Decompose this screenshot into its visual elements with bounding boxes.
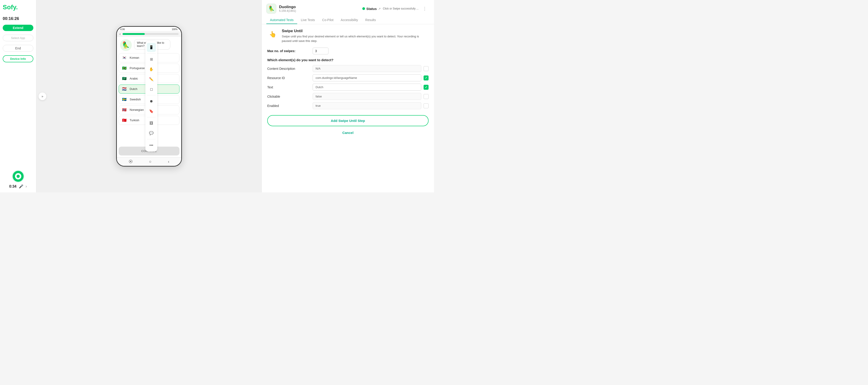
device-info-button[interactable]: Device Info [3,55,33,62]
toolbar: 📱⊞✋✏️◻⏺🔖🖼💬••• [146,41,157,151]
detect-field-value: Dutch [313,83,421,91]
edit-icon[interactable]: ✏️ [147,75,156,84]
detect-row: Enabledtrue [267,102,429,109]
language-name: Turkish [130,118,139,122]
tab-co-pilot[interactable]: Co-Pilot [318,16,337,24]
main-area: » 6:06 100% ‹ 🦜 What would you like to l… [36,0,261,193]
swipe-until-title: Swipe Until [282,29,429,33]
status-description: Click or Swipe successfully ... [383,7,418,10]
language-name: Korean [130,56,139,59]
swipe-until-desc: Swipe until you find your desired elemen… [282,34,429,43]
flag-icon: 🇰🇷 [121,56,127,60]
chat-icon[interactable]: 💬 [147,129,156,138]
right-panel-header: 🦜 Duolingo 5.159.4(1901) Status ↗ Click … [262,0,434,24]
progress-bar-fill [123,33,145,35]
progress-bar-track [123,33,179,35]
bookmark-icon[interactable]: 🔖 [147,107,156,116]
status-row: Status ↗ Click or Swipe successfully ...… [362,4,430,13]
mic-button[interactable]: 🎤 [19,184,23,188]
sidebar-bottom: 0:34 🎤 › [9,170,27,189]
logo: Sofy. [3,4,18,11]
tab-live-tests[interactable]: Live Tests [297,16,318,24]
detect-row: Content DescriptionN/A [267,65,429,72]
app-icon[interactable]: 📱 [147,43,156,52]
phone-nav-home-icon[interactable]: ○ [149,159,152,164]
phone-nav-back-icon[interactable]: ‹ [168,159,169,164]
detect-field-label: Content Description [267,67,313,70]
back-arrow-icon[interactable]: ‹ [120,32,121,36]
language-name: Norwegian [130,108,144,111]
grid-icon[interactable]: ⊞ [147,55,156,64]
owl-avatar: 🦜 [120,39,132,51]
detect-field-checkbox[interactable] [424,94,429,99]
detect-field-label: Text [267,85,313,89]
end-button[interactable]: End [3,45,33,52]
tab-automated-tests[interactable]: Automated Tests [266,16,297,24]
image-icon[interactable]: 🖼 [147,119,156,128]
status-label: Status [366,7,377,11]
select-app-button[interactable]: Select App [3,35,33,41]
flag-icon: 🇸🇦 [121,76,127,81]
detect-section-title: Which element(s) do you want to detect? [267,58,429,62]
detect-field-value: com.duolingo:id/languageName [313,74,421,81]
more-icon[interactable]: ••• [147,141,156,150]
record-inner [15,173,21,179]
detect-row: Clickablefalse [267,93,429,100]
toolbar-divider [147,53,156,54]
app-icon: 🦜 [266,4,276,13]
external-link-icon[interactable]: ↗ [378,7,381,10]
right-panel-tabs: Automated TestsLive TestsCo-PilotAccessi… [266,16,430,24]
phone-bottom-nav: ⦿ ○ ‹ [117,157,181,166]
detect-field-checkbox[interactable] [424,66,429,71]
detect-field-checkbox[interactable]: ✓ [424,75,429,80]
swipe-until-text: Swipe Until Swipe until you find your de… [282,29,429,43]
app-name: Duolingo [279,5,296,9]
detect-row: Resource IDcom.duolingo:id/languageName✓ [267,74,429,81]
app-details: Duolingo 5.159.4(1901) [279,5,296,12]
phone-time: 6:06 [121,28,125,31]
timer-display: 00:16:26 [3,16,19,21]
tab-results[interactable]: Results [362,16,379,24]
cancel-button[interactable]: Cancel [267,129,429,137]
flag-icon: 🇳🇴 [121,108,127,112]
panel-content: 👆 Swipe Until Swipe until you find your … [262,24,434,193]
app-info-row: 🦜 Duolingo 5.159.4(1901) Status ↗ Click … [266,4,430,13]
language-name: Dutch [130,87,137,91]
detect-field-label: Enabled [267,104,313,108]
record-button[interactable] [12,170,25,183]
flag-icon: 🇹🇷 [121,118,127,123]
status-dot [362,7,365,10]
record-icon[interactable]: ⏺ [147,97,156,106]
toolbar-divider [147,117,156,117]
phone-nav-menu-icon[interactable]: ⦿ [129,159,133,164]
toolbar-divider [147,139,156,139]
max-swipes-input[interactable] [313,47,329,55]
detect-field-checkbox[interactable] [424,103,429,108]
add-swipe-until-step-button[interactable]: Add Swipe Until Step [267,115,429,126]
phone-status-bar: 6:06 100% [117,27,181,31]
max-swipes-row: Max no. of swipes: [267,47,429,55]
panel-more-icon[interactable]: ⋮ [420,4,430,13]
expand-button[interactable]: » [38,93,46,100]
tab-accessibility[interactable]: Accessibility [337,16,362,24]
eraser-icon[interactable]: ◻ [147,85,156,94]
sidebar-bottom-row: 0:34 🎤 › [9,184,27,189]
language-name: Arabic [130,77,138,80]
language-name: Swedish [130,98,141,101]
record-dot [17,175,20,178]
detect-field-checkbox[interactable]: ✓ [424,85,429,90]
swipe-until-header: 👆 Swipe Until Swipe until you find your … [267,29,429,43]
phone-nav-bar: ‹ [117,31,181,37]
flag-icon: 🇸🇪 [121,97,127,102]
sidebar: Sofy. 00:16:26 Extend Select App End Dev… [0,0,36,193]
gesture-icon[interactable]: ✋ [147,65,156,74]
detect-field-value: false [313,93,421,100]
extend-button[interactable]: Extend [3,25,33,31]
flag-icon: 🇳🇱 [121,87,127,91]
detect-field-label: Clickable [267,95,313,98]
detect-row: TextDutch✓ [267,83,429,91]
language-name: Portuguese [130,66,145,70]
detect-field-value: N/A [313,65,421,72]
app-version: 5.159.4(1901) [279,9,296,12]
nav-forward-button[interactable]: › [26,184,27,189]
